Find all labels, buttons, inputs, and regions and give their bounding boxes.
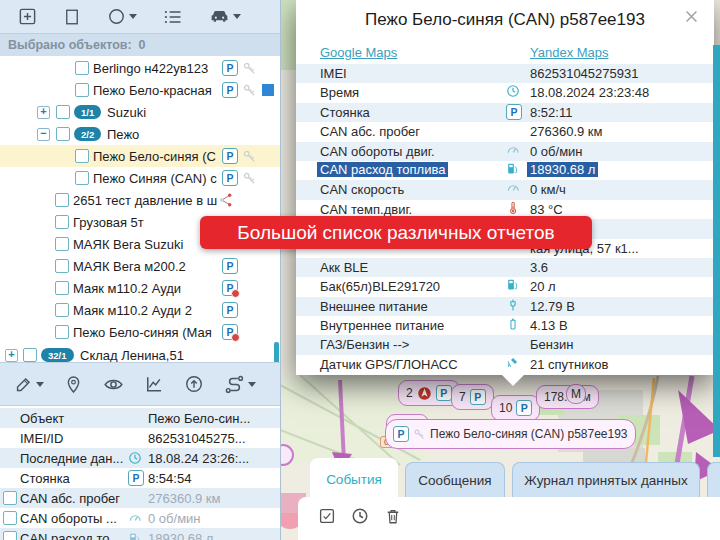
table-row[interactable]: Стоянка P 8:54:54 xyxy=(0,468,280,488)
tree-item[interactable]: Пежо Синяя (CAN) с P xyxy=(0,167,280,189)
tree-item-label: Пежо xyxy=(107,127,139,142)
checkbox[interactable] xyxy=(3,511,17,525)
row-label: CAN обороты ... xyxy=(20,511,117,526)
info-row[interactable]: Бак(65л)BLE291720 20 л xyxy=(296,277,714,296)
rectangle-select-button[interactable] xyxy=(63,8,81,26)
checkbox[interactable] xyxy=(55,281,69,295)
tree-item[interactable]: Пежо Бело-синяя (Мая P xyxy=(0,321,280,343)
info-row[interactable]: CAN скорость 0 км/ч xyxy=(296,180,714,199)
gauge-icon xyxy=(128,511,142,525)
edit-button[interactable] xyxy=(14,375,44,394)
tree-item[interactable]: 2651 тест давление в ш xyxy=(0,189,280,211)
list-view-button[interactable] xyxy=(163,7,183,27)
map-cluster-m[interactable]: М xyxy=(566,384,586,404)
info-row[interactable]: Датчик GPS/ГЛОНАСС 21 спутников xyxy=(296,355,714,374)
tree-item[interactable]: Маяк м110.2 Ауди 2 P xyxy=(0,299,280,321)
info-row[interactable]: Акк BLE 3.6 xyxy=(296,258,714,277)
collapse-icon[interactable] xyxy=(37,128,50,141)
checkbox[interactable] xyxy=(55,215,69,229)
info-row-selected[interactable]: CAN расход топлива 18930.68 л xyxy=(296,161,714,180)
tree-item-label: Berlingo н422ув123 xyxy=(93,61,208,76)
row-value: 0 об/мин xyxy=(148,511,201,526)
history-clock-icon[interactable] xyxy=(351,507,369,525)
checkbox[interactable] xyxy=(55,237,69,251)
tree-group[interactable]: 32/1 Склад Ленина,51 xyxy=(0,344,280,362)
checkbox[interactable] xyxy=(55,259,69,273)
tree-item[interactable]: Маяк м110.2 Ауди P xyxy=(0,277,280,299)
table-row[interactable]: CAN абс. пробег 276360.9 км xyxy=(0,488,280,508)
clock-icon xyxy=(128,451,142,465)
info-row[interactable]: Внешнее питание 12.79 В xyxy=(296,297,714,316)
watermark-text: Avito xyxy=(630,498,701,534)
close-icon[interactable] xyxy=(683,8,700,25)
select-all-icon[interactable] xyxy=(318,507,336,525)
tree-item[interactable]: Berlingo н422ув123 P xyxy=(0,57,280,79)
circle-select-button[interactable] xyxy=(107,7,137,26)
table-row[interactable]: Последние дан... 18.08.24 23:26:... xyxy=(0,448,280,468)
checkbox[interactable] xyxy=(55,325,69,339)
table-row[interactable]: Объект Пежо Бело-син... xyxy=(0,408,280,428)
checkbox[interactable] xyxy=(75,83,89,97)
vehicle-filter-button[interactable] xyxy=(209,6,241,27)
checkbox[interactable] xyxy=(55,193,69,207)
map-cluster-10[interactable]: 10 P xyxy=(491,395,540,421)
fuel-icon xyxy=(506,162,519,175)
row-label: Стоянка xyxy=(20,471,70,486)
checkbox[interactable] xyxy=(75,61,89,75)
chart-button[interactable] xyxy=(144,374,164,394)
key-icon xyxy=(242,83,257,98)
yandex-maps-link[interactable]: Yandex Maps xyxy=(530,45,609,60)
tree-group[interactable]: 1/1 Suzuki xyxy=(0,101,280,123)
info-row[interactable]: IMEI 862531045275931 xyxy=(296,64,714,83)
expand-icon[interactable] xyxy=(5,349,18,362)
fuel-icon xyxy=(128,532,141,540)
row-label: Последние дан... xyxy=(20,451,123,466)
info-row[interactable]: Стоянка P 8:52:11 xyxy=(296,103,714,122)
add-object-button[interactable] xyxy=(18,7,37,26)
trash-icon[interactable] xyxy=(384,507,402,525)
send-command-button[interactable] xyxy=(184,374,204,394)
checkbox[interactable] xyxy=(55,303,69,317)
track-color-icon xyxy=(262,84,274,96)
popup-scrollbar[interactable] xyxy=(713,45,720,457)
checkbox[interactable] xyxy=(56,127,70,141)
row-value: 8:54:54 xyxy=(148,471,191,486)
visibility-button[interactable] xyxy=(103,374,124,395)
expand-icon[interactable] xyxy=(37,106,50,119)
tree-scrollbar[interactable] xyxy=(274,342,279,364)
info-row[interactable]: CAN обороты двиг. 0 об/мин xyxy=(296,142,714,161)
tab-extra[interactable] xyxy=(707,462,720,498)
tree-item-selected[interactable]: Пежо Бело-синяя (С P xyxy=(0,145,280,167)
info-row[interactable]: CAN абс. пробег 276360.9 км xyxy=(296,122,714,141)
info-row[interactable]: ГАЗ/Бензин --> Бензин xyxy=(296,335,714,354)
cluster-count: 2 xyxy=(406,386,413,400)
info-row[interactable]: Время 18.08.2024 23:23:48 xyxy=(296,83,714,102)
location-button[interactable] xyxy=(64,375,83,394)
google-maps-link[interactable]: Google Maps xyxy=(320,45,397,60)
map-vehicle-tooltip[interactable]: P Пежо Бело-синяя (CAN) p587ee193 xyxy=(385,419,636,449)
tree-item[interactable]: МАЯК Вега м200.2 P xyxy=(0,255,280,277)
table-row[interactable]: CAN расход то... 18930.68 л xyxy=(0,528,280,540)
checkbox[interactable] xyxy=(75,171,89,185)
checkbox[interactable] xyxy=(3,531,17,540)
parking-icon: P xyxy=(222,60,238,76)
tree-group[interactable]: 2/2 Пежо xyxy=(0,123,280,145)
objects-tree: Berlingo н422ув123 P Пежо Бело-красная P… xyxy=(0,56,280,362)
map-cluster-7[interactable]: 7 P xyxy=(451,384,494,410)
row-value: 18.08.24 23:26:... xyxy=(148,451,249,466)
checkbox[interactable] xyxy=(75,149,89,163)
tab-messages[interactable]: Сообщения xyxy=(405,462,505,498)
checkbox[interactable] xyxy=(23,348,37,362)
tree-item[interactable]: Пежо Бело-красная P xyxy=(0,79,280,101)
tree-item-label: МАЯК Вега Suzuki xyxy=(73,237,183,252)
tab-events[interactable]: События xyxy=(310,458,398,500)
tab-data-log[interactable]: Журнал принятых данных xyxy=(512,462,700,498)
route-button[interactable] xyxy=(224,374,256,395)
checkbox[interactable] xyxy=(56,105,70,119)
info-row[interactable]: Внутреннее питание 4.13 В xyxy=(296,316,714,335)
parking-icon: P xyxy=(222,82,238,98)
checkbox[interactable] xyxy=(3,491,17,505)
group-count-badge: 2/2 xyxy=(74,127,101,141)
table-row[interactable]: IMEI/ID 862531045275... xyxy=(0,428,280,448)
table-row[interactable]: CAN обороты ... 0 об/мин xyxy=(0,508,280,528)
